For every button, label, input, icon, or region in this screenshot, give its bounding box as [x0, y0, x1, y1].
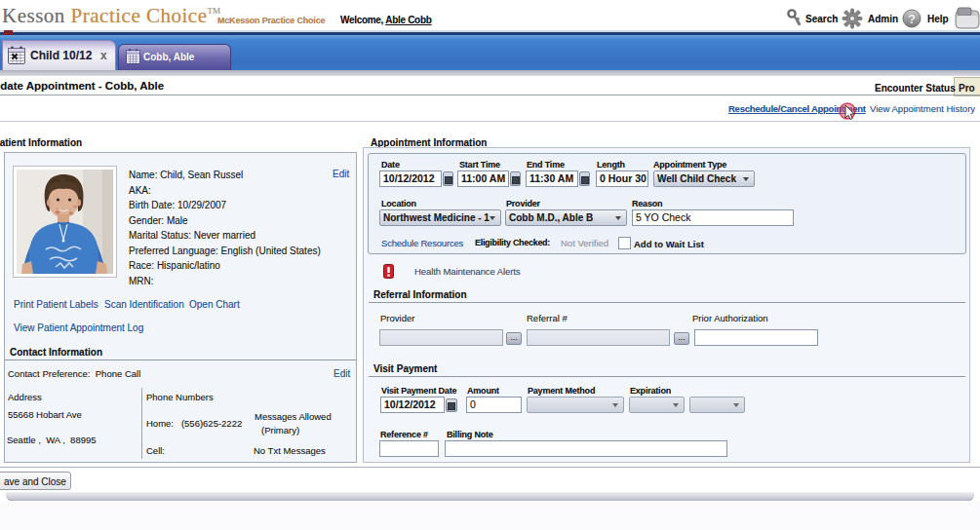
svg-text:?: ? [908, 12, 916, 26]
